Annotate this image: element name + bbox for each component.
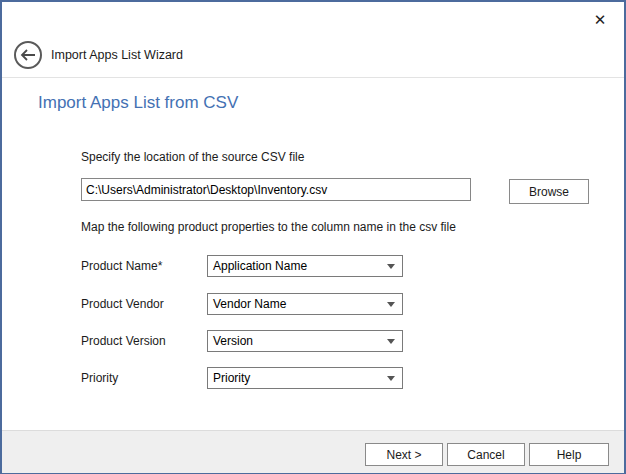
footer-bar: Next > Cancel Help — [2, 430, 624, 473]
help-button[interactable]: Help — [529, 443, 609, 466]
product-version-selected-value: Version — [208, 334, 387, 348]
chevron-down-icon — [387, 339, 395, 344]
product-vendor-dropdown[interactable]: Vendor Name — [207, 293, 403, 315]
product-name-dropdown[interactable]: Application Name — [207, 255, 403, 277]
mapping-instruction-label: Map the following product properties to … — [81, 220, 456, 234]
back-button[interactable] — [14, 41, 42, 69]
product-version-label: Product Version — [81, 334, 166, 348]
wizard-title: Import Apps List Wizard — [51, 48, 183, 62]
product-name-selected-value: Application Name — [208, 259, 387, 273]
page-title: Import Apps List from CSV — [38, 93, 238, 113]
priority-dropdown[interactable]: Priority — [207, 367, 403, 389]
chevron-down-icon — [387, 302, 395, 307]
chevron-down-icon — [387, 376, 395, 381]
product-version-dropdown[interactable]: Version — [207, 330, 403, 352]
priority-selected-value: Priority — [208, 371, 387, 385]
product-vendor-selected-value: Vendor Name — [208, 297, 387, 311]
csv-path-input[interactable] — [81, 178, 471, 201]
product-vendor-label: Product Vendor — [81, 297, 164, 311]
cancel-button[interactable]: Cancel — [447, 443, 525, 466]
file-location-label: Specify the location of the source CSV f… — [81, 150, 304, 164]
product-name-label: Product Name* — [81, 259, 162, 273]
chevron-down-icon — [387, 264, 395, 269]
wizard-window: ✕ Import Apps List Wizard Import Apps Li… — [0, 0, 626, 474]
browse-button[interactable]: Browse — [509, 179, 589, 204]
header-divider — [2, 77, 624, 78]
next-button[interactable]: Next > — [365, 443, 443, 466]
back-arrow-icon — [20, 49, 36, 61]
close-icon[interactable]: ✕ — [586, 7, 614, 33]
priority-label: Priority — [81, 371, 118, 385]
wizard-header: Import Apps List Wizard — [2, 38, 624, 72]
